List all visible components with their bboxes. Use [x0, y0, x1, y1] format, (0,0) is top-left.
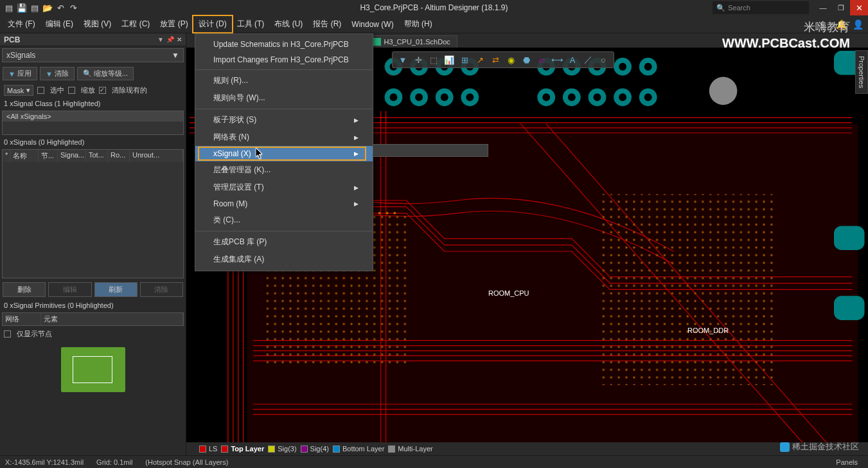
- status-snap: (Hotspot Snap (All Layers): [145, 458, 228, 466]
- watermark-community: 稀土掘金技术社区: [780, 441, 859, 453]
- panel-header: PCB ▼ 📌 ✕: [0, 33, 186, 46]
- search-icon: 🔍: [716, 4, 725, 12]
- properties-tab[interactable]: Properties: [855, 50, 868, 94]
- notification-icon[interactable]: 🔔: [836, 19, 846, 30]
- show-nodes-checkbox[interactable]: [4, 330, 11, 338]
- select-checkbox[interactable]: [37, 87, 44, 94]
- panel-close-icon[interactable]: ✕: [177, 36, 182, 43]
- room-cpu-label: ROOM_CPU: [488, 289, 529, 297]
- editor-toolbar: ▼ ✛ ⬚ 📊 ⊞ ↗ ⇄ ◉ ⬣ ▱ ⟷ A ／ ○: [392, 51, 614, 68]
- menu-make-integrated-lib[interactable]: 生成集成库 (A): [195, 251, 373, 268]
- prims-section-header: 0 xSignal Primitives (0 Highlighted): [0, 300, 186, 311]
- pad-tool-icon[interactable]: ⬣: [520, 53, 533, 66]
- status-coords: X:-1435.6mil Y:1241.3mil: [5, 458, 84, 466]
- menu-layer-stack[interactable]: 层叠管理器 (K)...: [195, 161, 373, 179]
- svg-point-25: [441, 93, 448, 101]
- status-grid: Grid: 0.1mil: [96, 458, 132, 466]
- pcb-panel: PCB ▼ 📌 ✕ xSignals▼ ▼应用 ▼清除 🔍缩放等级... Mas…: [0, 33, 186, 455]
- menu-netlist[interactable]: 网络表 (N)▶: [195, 129, 373, 146]
- open-icon[interactable]: 📂: [42, 3, 53, 13]
- panel-dropdown-icon[interactable]: ▼: [157, 36, 164, 43]
- cross-tool-icon[interactable]: ✛: [412, 53, 425, 66]
- layer-tab-top[interactable]: Top Layer: [221, 445, 264, 453]
- menu-file[interactable]: 文件 (F): [3, 16, 40, 32]
- refresh-button[interactable]: 刷新: [94, 282, 137, 297]
- svg-point-18: [644, 63, 652, 71]
- route-tool-icon[interactable]: ↗: [474, 53, 486, 66]
- menu-view[interactable]: 视图 (V): [78, 16, 116, 32]
- menu-design[interactable]: 设计 (D): [193, 16, 232, 32]
- list-item[interactable]: <All xSignals>: [3, 111, 183, 122]
- align-tool-icon[interactable]: 📊: [443, 53, 456, 66]
- user-icon[interactable]: 👤▾: [853, 19, 863, 30]
- svg-rect-61: [834, 226, 865, 250]
- clear-existing-checkbox[interactable]: [99, 87, 106, 94]
- prims-list[interactable]: 网络 元素: [2, 312, 184, 326]
- panel-mode-combo[interactable]: xSignals▼: [2, 48, 184, 62]
- menu-import-changes[interactable]: Import Changes From H3_Core.PrjPCB: [195, 52, 373, 68]
- grid-tool-icon[interactable]: ⊞: [458, 53, 471, 66]
- schematic-icon: [373, 38, 381, 46]
- menu-window[interactable]: Window (W): [346, 17, 398, 32]
- save-all-icon[interactable]: ▤: [30, 3, 40, 13]
- delete-button[interactable]: 删除: [3, 282, 46, 297]
- undo-icon[interactable]: ↶: [55, 3, 66, 13]
- menu-update-schematics[interactable]: Update Schematics in H3_Core.PrjPCB: [195, 37, 373, 52]
- close-button[interactable]: ✕: [850, 0, 868, 15]
- menu-make-pcb-lib[interactable]: 生成PCB 库 (P): [195, 231, 373, 251]
- layer-tab-sig3[interactable]: Sig(3): [268, 445, 296, 453]
- menu-classes[interactable]: 类 (C)...: [195, 212, 373, 229]
- edit-button[interactable]: 编辑: [48, 282, 91, 297]
- room-ddr-label: ROOM_DDR: [687, 327, 729, 334]
- layer-tab-sig4[interactable]: Sig(4): [301, 445, 329, 453]
- menu-route[interactable]: 布线 (U): [269, 16, 308, 32]
- panel-pin-icon[interactable]: 📌: [166, 36, 174, 43]
- select-tool-icon[interactable]: ⬚: [427, 53, 440, 66]
- svg-point-31: [568, 93, 576, 101]
- poly-tool-icon[interactable]: ▱: [535, 53, 548, 66]
- menu-reports[interactable]: 报告 (R): [308, 16, 346, 32]
- signals-list[interactable]: * 名称 节... Signa... Tot... Ro... Unrout..…: [2, 149, 184, 278]
- file-icon[interactable]: ▤: [4, 3, 14, 13]
- menu-tools[interactable]: 工具 (T): [232, 16, 270, 32]
- menu-manage-layers[interactable]: 管理层设置 (T)▶: [195, 179, 373, 196]
- layer-tabs: LS Top Layer Sig(3) Sig(4) Bottom Layer …: [186, 442, 868, 455]
- menu-help[interactable]: 帮助 (H): [399, 16, 438, 32]
- zoom-checkbox[interactable]: [68, 87, 75, 94]
- diff-tool-icon[interactable]: ⇄: [489, 53, 502, 66]
- menu-rules[interactable]: 规则 (R)...: [195, 69, 373, 89]
- menu-room[interactable]: Room (M)▶: [195, 196, 373, 212]
- menu-edit[interactable]: 编辑 (E): [40, 16, 78, 32]
- menu-rule-wizard[interactable]: 规则向导 (W)...: [195, 89, 373, 107]
- redo-icon[interactable]: ↷: [68, 3, 78, 13]
- menu-place[interactable]: 放置 (P): [155, 16, 193, 32]
- minimize-button[interactable]: —: [814, 0, 832, 15]
- save-icon[interactable]: 💾: [17, 3, 27, 13]
- xsignal-submenu[interactable]: [373, 144, 488, 157]
- clear2-button[interactable]: 清除: [140, 282, 183, 297]
- menu-xsignal[interactable]: xSignal (X)▶: [195, 146, 373, 161]
- menu-board-shape[interactable]: 板子形状 (S)▶: [195, 109, 373, 129]
- layer-tab-ls[interactable]: LS: [199, 445, 217, 453]
- apply-button[interactable]: ▼应用: [3, 67, 37, 80]
- layer-tab-multi[interactable]: Multi-Layer: [388, 445, 432, 453]
- zoom-level-button[interactable]: 🔍缩放等级...: [77, 67, 134, 80]
- share-icon[interactable]: ⇪: [819, 19, 829, 30]
- mini-pcb-preview[interactable]: [61, 347, 125, 392]
- mask-combo[interactable]: Mask▾: [4, 85, 33, 96]
- search-input[interactable]: 🔍 Search: [713, 1, 809, 14]
- clear-button[interactable]: ▼清除: [40, 67, 75, 80]
- panels-button[interactable]: Panels: [831, 456, 863, 468]
- signals-section-header: 0 xSignals (0 Highlighted): [0, 136, 186, 148]
- filter-tool-icon[interactable]: ▼: [396, 53, 409, 66]
- menu-project[interactable]: 工程 (C): [116, 16, 155, 32]
- layer-tab-bottom[interactable]: Bottom Layer: [333, 445, 384, 453]
- maximize-button[interactable]: ❐: [832, 0, 850, 15]
- via-tool-icon[interactable]: ◉: [504, 53, 517, 66]
- line-tool-icon[interactable]: ／: [581, 53, 594, 66]
- doc-tab[interactable]: H3_CPU_01.SchDoc: [366, 35, 457, 48]
- more-tool-icon[interactable]: ○: [597, 53, 610, 66]
- text-tool-icon[interactable]: A: [566, 53, 579, 66]
- class-list[interactable]: <All xSignals>: [2, 111, 184, 135]
- dim-tool-icon[interactable]: ⟷: [551, 53, 563, 66]
